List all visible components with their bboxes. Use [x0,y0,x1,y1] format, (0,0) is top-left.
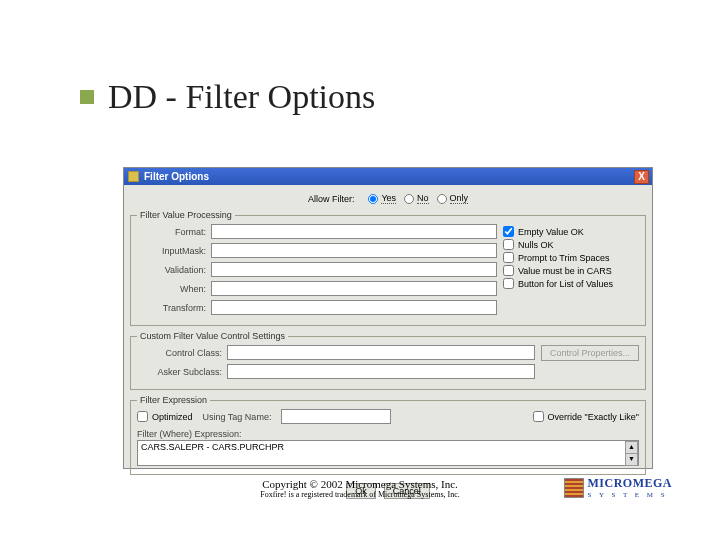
check-trim[interactable]: Prompt to Trim Spaces [503,252,639,263]
check-optimized[interactable]: Optimized [137,411,193,422]
copyright-text: Copyright © 2002 Micromega Systems, Inc. [260,478,460,490]
check-lov-label: Button for List of Values [518,279,613,289]
logo: MICROMEGA S Y S T E M S [564,476,673,499]
cfvc-legend: Custom Filter Value Control Settings [137,331,288,341]
radio-only-label: Only [450,193,469,204]
check-cars-label: Value must be in CARS [518,266,612,276]
check-cars[interactable]: Value must be in CARS [503,265,639,276]
where-expression-input[interactable] [137,440,639,466]
format-label: Format: [137,227,211,237]
allow-filter-label: Allow Filter: [308,194,355,204]
check-empty-value[interactable]: Empty Value OK [503,226,639,237]
check-lov-input[interactable] [503,278,514,289]
logo-sub-text: S Y S T E M S [588,491,673,499]
page-title: DD - Filter Options [108,78,375,116]
check-empty-label: Empty Value OK [518,227,584,237]
radio-only[interactable]: Only [437,193,469,204]
radio-yes-input[interactable] [368,194,378,204]
radio-only-input[interactable] [437,194,447,204]
allow-filter-row: Allow Filter: Yes No Only [130,189,646,210]
validation-input[interactable] [211,262,497,277]
trademark-text: Foxfire! is a registered trademark of Mi… [260,490,460,499]
radio-no-label: No [417,193,429,204]
asker-subclass-label: Asker Subclass: [137,367,227,377]
radio-yes[interactable]: Yes [368,193,396,204]
filter-options-dialog: Filter Options X Allow Filter: Yes No On… [123,167,653,469]
radio-no[interactable]: No [404,193,429,204]
logo-main-text: MICROMEGA [588,476,673,491]
close-button[interactable]: X [634,170,649,184]
fvp-legend: Filter Value Processing [137,210,235,220]
using-tag-label: Using Tag Name: [203,412,272,422]
where-label: Filter (Where) Expression: [137,429,639,439]
dialog-title: Filter Options [144,171,634,182]
custom-filter-control-group: Custom Filter Value Control Settings Con… [130,331,646,390]
using-tag-input[interactable] [281,409,391,424]
control-class-input[interactable] [227,345,535,360]
when-label: When: [137,284,211,294]
transform-label: Transform: [137,303,211,313]
check-trim-label: Prompt to Trim Spaces [518,253,610,263]
control-class-label: Control Class: [137,348,227,358]
scroll-down-icon[interactable]: ▼ [625,453,638,466]
inputmask-label: InputMask: [137,246,211,256]
filter-expression-group: Filter Expression Optimized Using Tag Na… [130,395,646,475]
radio-no-input[interactable] [404,194,414,204]
check-nulls-label: Nulls OK [518,240,554,250]
title-bullet [80,90,94,104]
app-icon [128,171,139,182]
inputmask-input[interactable] [211,243,497,258]
check-trim-input[interactable] [503,252,514,263]
logo-icon [564,478,584,498]
transform-input[interactable] [211,300,497,315]
validation-label: Validation: [137,265,211,275]
when-input[interactable] [211,281,497,296]
check-override-label: Override "Exactly Like" [548,412,639,422]
check-empty-input[interactable] [503,226,514,237]
asker-subclass-input[interactable] [227,364,535,379]
filter-value-processing-group: Filter Value Processing Format: InputMas… [130,210,646,326]
titlebar: Filter Options X [124,168,652,185]
check-override[interactable]: Override "Exactly Like" [533,411,639,422]
check-cars-input[interactable] [503,265,514,276]
check-optimized-label: Optimized [152,412,193,422]
fx-legend: Filter Expression [137,395,210,405]
check-button-lov[interactable]: Button for List of Values [503,278,639,289]
control-properties-button[interactable]: Control Properties... [541,345,639,361]
format-input[interactable] [211,224,497,239]
check-nulls[interactable]: Nulls OK [503,239,639,250]
check-optimized-input[interactable] [137,411,148,422]
check-nulls-input[interactable] [503,239,514,250]
check-override-input[interactable] [533,411,544,422]
radio-yes-label: Yes [381,193,396,204]
